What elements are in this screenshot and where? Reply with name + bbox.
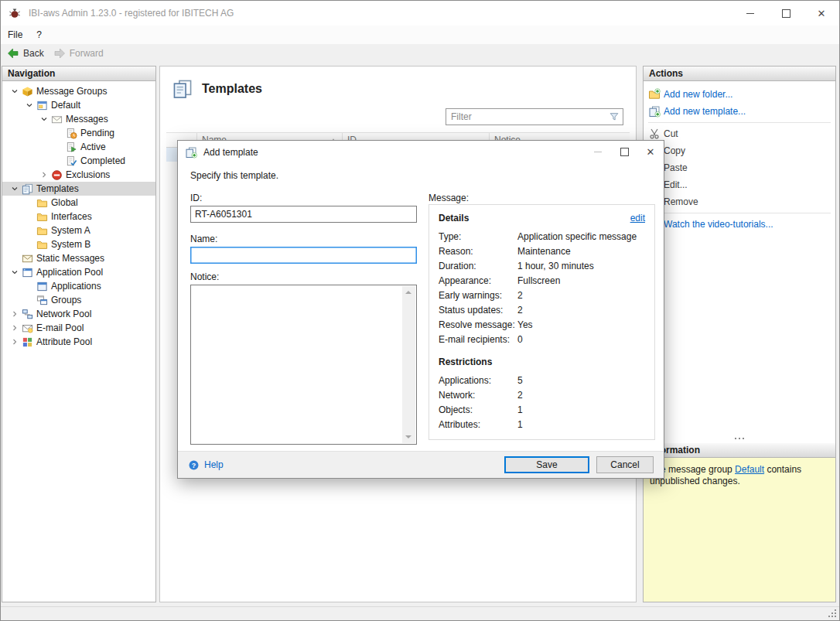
- folder-icon: [36, 239, 48, 251]
- dialog-close-button[interactable]: ✕: [637, 141, 664, 163]
- application-pool-icon: [22, 267, 33, 278]
- save-button[interactable]: Save: [504, 456, 589, 473]
- help-link[interactable]: ? Help: [188, 459, 224, 471]
- action-label: Copy: [664, 145, 685, 156]
- dialog-window-controls: ✕: [585, 141, 664, 164]
- restriction-row: Network:2: [439, 388, 645, 403]
- chevron-none: [25, 281, 34, 291]
- tree-item-applications[interactable]: Applications: [2, 279, 155, 293]
- edit-link[interactable]: edit: [630, 213, 645, 223]
- name-input[interactable]: [190, 247, 417, 264]
- tree-item-message-groups[interactable]: Message Groups: [2, 84, 155, 98]
- tree-item-messages[interactable]: Messages: [2, 112, 155, 126]
- chevron-down-icon[interactable]: [10, 184, 19, 193]
- dialog-subtitle: Specify this template.: [190, 170, 278, 181]
- chevron-none: [25, 240, 34, 249]
- tree-item-pending[interactable]: Pending: [2, 126, 155, 140]
- tree-item-e-mail-pool[interactable]: E-mail Pool: [2, 321, 155, 335]
- chevron-none: [54, 156, 63, 165]
- window-controls: ✕: [732, 1, 839, 26]
- maximize-button[interactable]: [768, 1, 804, 26]
- minimize-button[interactable]: [732, 1, 768, 26]
- minimize-icon: [594, 152, 602, 152]
- tree-item-groups[interactable]: Groups: [2, 293, 155, 307]
- svg-text:?: ?: [192, 461, 196, 469]
- message-groups-icon: [22, 86, 33, 97]
- chevron-down-icon[interactable]: [10, 268, 19, 277]
- dialog-minimize-button[interactable]: [585, 141, 611, 163]
- action-cut[interactable]: Cut: [647, 125, 832, 142]
- tree-item-templates[interactable]: Templates: [2, 182, 155, 196]
- cancel-button[interactable]: Cancel: [596, 456, 654, 473]
- chevron-down-icon[interactable]: [25, 101, 34, 110]
- action-edit[interactable]: Edit...: [647, 176, 832, 193]
- groups-icon: [36, 295, 48, 306]
- tree-item-system-b[interactable]: System B: [2, 237, 155, 251]
- completed-messages-icon: [66, 155, 77, 167]
- chevron-down-icon[interactable]: [39, 114, 49, 124]
- restriction-row-label: Network:: [439, 388, 517, 403]
- page-title: Templates: [202, 82, 262, 96]
- filter-icon[interactable]: [609, 111, 620, 122]
- tree-item-application-pool[interactable]: Application Pool: [2, 265, 155, 279]
- actions-header: Actions: [644, 67, 835, 81]
- chevron-right-icon[interactable]: [39, 170, 49, 179]
- chevron-down-icon[interactable]: [10, 87, 19, 96]
- email-pool-icon: [22, 322, 33, 334]
- tree-item-active[interactable]: Active: [2, 140, 155, 154]
- tree-item-label: Pending: [80, 126, 114, 140]
- id-label: ID:: [190, 193, 417, 204]
- notice-textarea[interactable]: [190, 285, 417, 445]
- action-paste[interactable]: Paste: [647, 159, 832, 176]
- detail-row-label: Duration:: [439, 259, 517, 274]
- tree-item-label: Templates: [36, 182, 79, 196]
- tree-item-completed[interactable]: Completed: [2, 154, 155, 168]
- add-template-icon: [648, 105, 661, 118]
- detail-row: Duration:1 hour, 30 minutes: [439, 259, 645, 274]
- filter-input[interactable]: [446, 109, 623, 125]
- help-icon: ?: [188, 459, 200, 471]
- chevron-none: [25, 226, 34, 235]
- toolbar: Back Forward: [1, 44, 839, 63]
- tree-item-interfaces[interactable]: Interfaces: [2, 210, 155, 223]
- menu-file[interactable]: File: [1, 26, 29, 43]
- detail-row: Resolve message:Yes: [439, 318, 645, 333]
- action-label: Edit...: [664, 179, 688, 190]
- message-label: Message:: [429, 193, 655, 204]
- dialog-footer: ? Help Save Cancel: [178, 451, 664, 478]
- menu-help[interactable]: ?: [29, 26, 49, 43]
- tree-item-exclusions[interactable]: Exclusions: [2, 168, 155, 182]
- close-button[interactable]: ✕: [804, 1, 839, 26]
- scroll-down-icon[interactable]: [402, 430, 415, 443]
- resize-grip[interactable]: [828, 609, 836, 617]
- action-add-new-folder[interactable]: Add new folder...: [647, 86, 832, 103]
- chevron-right-icon[interactable]: [10, 309, 19, 319]
- chevron-right-icon[interactable]: [10, 337, 19, 346]
- back-label: Back: [23, 48, 44, 59]
- scroll-up-icon[interactable]: [402, 286, 415, 299]
- information-box: The message group Default contains unpub…: [644, 458, 835, 602]
- action-watch-the-video-tutorials[interactable]: Watch the video-tutorials...: [647, 216, 832, 233]
- action-remove[interactable]: Remove: [647, 193, 832, 210]
- panel-splitter-grip[interactable]: [644, 434, 835, 443]
- dialog-maximize-button[interactable]: [611, 141, 637, 163]
- tree-item-attribute-pool[interactable]: Attribute Pool: [2, 335, 155, 349]
- tree-item-static-messages[interactable]: Static Messages: [2, 251, 155, 265]
- back-button[interactable]: Back: [7, 47, 44, 60]
- id-input[interactable]: [190, 206, 417, 223]
- maximize-icon: [620, 148, 629, 156]
- tree-item-label: Default: [51, 98, 80, 112]
- tree-item-global[interactable]: Global: [2, 196, 155, 210]
- add-template-dialog: Add template ✕ Specify this template. ID…: [177, 140, 664, 479]
- tree-item-network-pool[interactable]: Network Pool: [2, 307, 155, 321]
- tree-item-system-a[interactable]: System A: [2, 223, 155, 237]
- tree-item-default[interactable]: Default: [2, 98, 155, 112]
- tree-item-label: Message Groups: [36, 84, 107, 98]
- chevron-right-icon[interactable]: [10, 323, 19, 333]
- default-group-link[interactable]: Default: [735, 464, 764, 475]
- action-copy[interactable]: Copy: [647, 142, 832, 159]
- notice-scrollbar[interactable]: [402, 286, 415, 443]
- forward-button[interactable]: Forward: [53, 47, 104, 60]
- action-add-new-template[interactable]: Add new template...: [647, 103, 832, 120]
- action-label: Cut: [664, 128, 678, 139]
